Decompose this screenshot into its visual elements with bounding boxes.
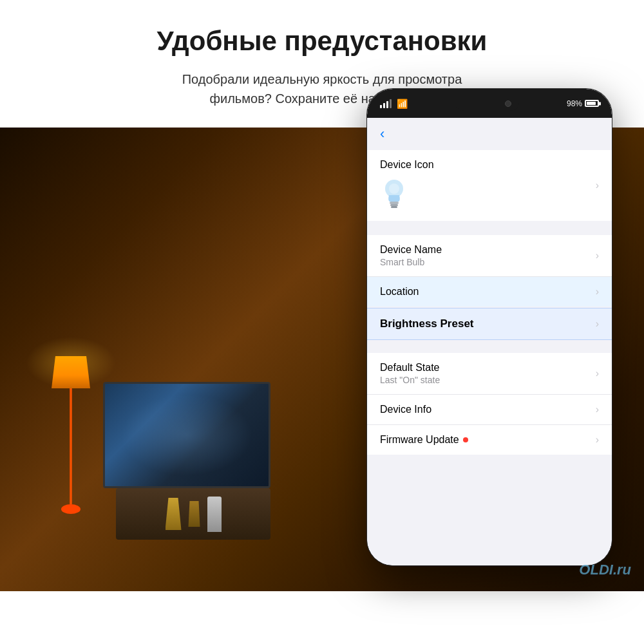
battery-icon: [585, 100, 599, 107]
device-icon-label: Device Icon: [380, 159, 591, 171]
device-name-label: Device Name: [380, 244, 591, 256]
default-state-item[interactable]: Default State Last "On" state ›: [367, 353, 612, 395]
location-label: Location: [380, 286, 591, 298]
location-chevron: ›: [596, 286, 599, 298]
back-button[interactable]: ‹: [380, 126, 599, 142]
battery-percent: 98%: [567, 99, 582, 108]
device-name-value: Smart Bulb: [380, 257, 591, 267]
svg-rect-1: [390, 202, 399, 204]
firmware-update-label: Firmware Update: [380, 434, 591, 446]
svg-rect-3: [391, 206, 397, 208]
default-state-value: Last "On" state: [380, 375, 591, 385]
device-name-content: Device Name Smart Bulb: [380, 244, 591, 267]
floor-lamp: [52, 356, 90, 514]
device-icon-content: Device Icon: [380, 159, 591, 212]
oldi-watermark: OLDI.ru: [579, 562, 631, 578]
settings-list: Device Icon: [367, 150, 612, 455]
section-gap-1: [367, 222, 612, 235]
device-info-item[interactable]: Device Info ›: [367, 395, 612, 425]
phone-notch: [455, 97, 519, 111]
tv-screen: [103, 382, 270, 488]
bulb-icon: [380, 177, 408, 209]
location-content: Location: [380, 286, 591, 298]
phone-mockup: 📶 98% ‹: [367, 89, 625, 578]
firmware-update-item[interactable]: Firmware Update ›: [367, 425, 612, 455]
brightness-preset-item[interactable]: Brightness Preset ›: [367, 308, 612, 340]
status-bar: 📶 98%: [367, 89, 612, 118]
firmware-update-dot: [463, 437, 468, 442]
screen-content: ‹ Device Icon: [367, 118, 612, 565]
default-state-label: Default State: [380, 362, 591, 374]
wifi-icon: 📶: [397, 99, 408, 109]
status-left: 📶: [380, 99, 408, 109]
firmware-update-chevron: ›: [596, 434, 599, 446]
device-info-chevron: ›: [596, 404, 599, 415]
default-state-chevron: ›: [596, 368, 599, 379]
svg-point-4: [389, 184, 399, 194]
section-gap-2: [367, 340, 612, 353]
device-name-chevron: ›: [596, 250, 599, 261]
device-icon-item[interactable]: Device Icon: [367, 150, 612, 221]
bottom-section: 📶 98% ‹: [0, 128, 644, 591]
device-info-label: Device Info: [380, 404, 591, 415]
device-icon-chevron: ›: [596, 180, 599, 191]
location-item[interactable]: Location ›: [367, 277, 612, 307]
default-state-content: Default State Last "On" state: [380, 362, 591, 385]
device-icon-section: Device Icon: [367, 150, 612, 221]
brightness-preset-content: Brightness Preset: [380, 317, 591, 330]
device-name-item[interactable]: Device Name Smart Bulb ›: [367, 235, 612, 277]
status-right: 98%: [567, 99, 599, 108]
device-name-section: Device Name Smart Bulb › Location ›: [367, 235, 612, 307]
device-info-content: Device Info: [380, 404, 591, 415]
svg-rect-2: [390, 204, 398, 206]
tv-stand: [116, 488, 277, 540]
camera-dot: [505, 100, 511, 107]
main-title: Удобные предустановки: [13, 26, 631, 57]
more-settings-section: Default State Last "On" state › Device I…: [367, 353, 612, 455]
app-header: ‹: [367, 118, 612, 147]
brightness-preset-label: Brightness Preset: [380, 317, 591, 330]
phone-screen: 📶 98% ‹: [367, 89, 612, 565]
signal-bars: [380, 99, 392, 108]
brightness-preset-chevron: ›: [596, 318, 599, 330]
firmware-update-content: Firmware Update: [380, 434, 591, 446]
